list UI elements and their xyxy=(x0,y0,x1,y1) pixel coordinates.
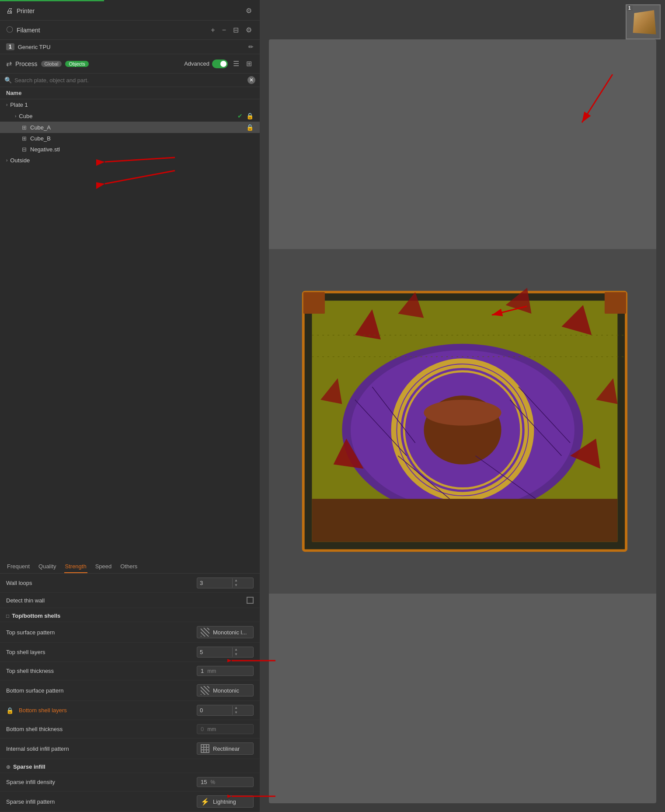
bottom-shell-layers-spinbox[interactable]: ▲ ▼ xyxy=(197,705,254,716)
top-shell-layers-row: Top shell layers ▲ ▼ xyxy=(0,643,260,662)
wall-loops-input[interactable] xyxy=(197,578,232,588)
tree-item-outside[interactable]: › Outside xyxy=(0,155,260,166)
cube-a-lock-icon[interactable]: 🔒 xyxy=(246,124,254,131)
bottom-surface-pattern-value[interactable]: Monotonic xyxy=(197,684,254,696)
plate1-label: Plate 1 xyxy=(10,102,254,108)
tree-item-plate1[interactable]: › Plate 1 xyxy=(0,99,260,110)
sparse-infill-pattern-label: Sparse infill pattern xyxy=(6,798,193,805)
tree-item-cube-b[interactable]: ⊞ Cube_B xyxy=(0,133,260,144)
svg-rect-27 xyxy=(605,292,626,314)
top-surface-pattern-value[interactable]: Monotonic l... xyxy=(197,626,254,638)
settings-area: Wall loops ▲ ▼ Detect thin wall □ Top/bo… xyxy=(0,574,260,812)
tab-frequent[interactable]: Frequent xyxy=(6,560,31,573)
negative-label: Negative.stl xyxy=(30,146,254,153)
bottom-shell-layers-lock: 🔒 xyxy=(6,707,14,714)
bottom-shell-layers-down[interactable]: ▼ xyxy=(234,710,238,715)
top-shell-thickness-unit: mm xyxy=(207,668,216,674)
3d-scene[interactable] xyxy=(269,39,656,803)
right-panel: 1 xyxy=(260,0,665,812)
internal-solid-infill-icon xyxy=(201,744,209,753)
sparse-infill-density-text: 15 xyxy=(201,779,207,785)
internal-solid-infill-value[interactable]: Rectilinear xyxy=(197,742,254,755)
top-shell-layers-down[interactable]: ▼ xyxy=(234,652,238,657)
top-surface-pattern-text: Monotonic l... xyxy=(213,629,247,636)
tag-objects[interactable]: Objects xyxy=(65,61,88,67)
sparse-infill-section: ⊕ Sparse infill xyxy=(0,759,260,773)
detect-thin-wall-row: Detect thin wall xyxy=(0,593,260,608)
bottom-shell-layers-input[interactable] xyxy=(197,705,232,715)
tree-item-negative[interactable]: ⊟ Negative.stl xyxy=(0,144,260,155)
svg-rect-26 xyxy=(303,292,325,314)
wall-loops-row: Wall loops ▲ ▼ xyxy=(0,574,260,593)
top-shell-thickness-value[interactable]: 1 mm xyxy=(197,666,254,676)
tree-item-cube[interactable]: › Cube ✔ 🔒 xyxy=(0,110,260,122)
model-thumbnail[interactable]: 1 xyxy=(626,4,661,39)
filament-icon: 〇 xyxy=(6,25,13,35)
bottom-shell-thickness-value: 0 mm xyxy=(197,724,254,734)
bottom-shell-thickness-row: Bottom shell thickness 0 mm xyxy=(0,720,260,738)
tab-strength[interactable]: Strength xyxy=(64,560,87,573)
bottom-surface-pattern-row: Bottom surface pattern Monotonic xyxy=(0,680,260,701)
internal-solid-infill-label: Internal solid infill pattern xyxy=(6,746,193,752)
advanced-toggle-container: Advanced xyxy=(184,60,228,68)
bottom-shell-layers-label: Bottom shell layers xyxy=(19,707,193,714)
cube-lock-icon[interactable]: 🔒 xyxy=(246,112,254,119)
search-clear-button[interactable]: ✕ xyxy=(247,76,255,84)
process-grid-button[interactable]: ⊞ xyxy=(244,59,254,69)
sparse-infill-pattern-value[interactable]: ⚡ Lightning xyxy=(197,795,254,808)
tree-view: › Plate 1 › Cube ✔ 🔒 ⊞ Cube_A 🔒 ⊞ Cube_B xyxy=(0,99,260,166)
sparse-infill-density-value[interactable]: 15 % xyxy=(197,777,254,787)
filament-add-button[interactable]: + xyxy=(209,25,216,35)
top-shell-layers-up[interactable]: ▲ xyxy=(234,648,238,652)
search-input[interactable] xyxy=(14,77,245,84)
shells-section-title: Top/bottom shells xyxy=(12,612,60,619)
process-row: ⇄ Process Global Objects Advanced ☰ ⊞ xyxy=(0,54,260,74)
top-shell-layers-spinbox[interactable]: ▲ ▼ xyxy=(197,647,254,658)
top-shell-layers-label: Top shell layers xyxy=(6,649,193,655)
bottom-shell-thickness-label: Bottom shell thickness xyxy=(6,726,193,732)
svg-rect-25 xyxy=(312,499,617,542)
tab-others[interactable]: Others xyxy=(119,560,138,573)
detect-thin-wall-label: Detect thin wall xyxy=(6,597,243,604)
internal-solid-infill-text: Rectilinear xyxy=(213,746,240,752)
detect-thin-wall-checkbox[interactable] xyxy=(247,597,254,604)
filament-remove-button[interactable]: − xyxy=(220,25,228,35)
advanced-label: Advanced xyxy=(184,60,209,67)
printer-label: Printer xyxy=(17,7,240,14)
advanced-toggle[interactable] xyxy=(212,60,228,68)
wall-loops-spin-btns[interactable]: ▲ ▼ xyxy=(232,578,240,588)
tree-spacer xyxy=(0,166,260,557)
filament-manage-button[interactable]: ⊟ xyxy=(231,25,240,35)
bottom-shell-layers-spin-btns[interactable]: ▲ ▼ xyxy=(232,706,240,715)
filament-settings-button[interactable]: ⚙ xyxy=(244,25,254,35)
bottom-shell-layers-up[interactable]: ▲ xyxy=(234,706,238,710)
top-shell-layers-input[interactable] xyxy=(197,647,232,657)
left-panel: 🖨 Printer ⚙ 〇 Filament + − ⊟ ⚙ 1 Generic… xyxy=(0,0,260,812)
cube-b-label: Cube_B xyxy=(30,135,254,142)
process-list-button[interactable]: ☰ xyxy=(231,59,241,69)
wall-loops-down[interactable]: ▼ xyxy=(234,583,238,588)
lightning-icon: ⚡ xyxy=(201,797,209,806)
filament-edit-icon[interactable]: ✏ xyxy=(248,43,254,50)
top-surface-pattern-label: Top surface pattern xyxy=(6,629,193,636)
cube-a-icon: ⊞ xyxy=(22,124,27,131)
tab-speed[interactable]: Speed xyxy=(94,560,113,573)
tree-item-cube-a[interactable]: ⊞ Cube_A 🔒 xyxy=(0,122,260,133)
cube-thumbnail-3d xyxy=(633,10,656,34)
top-shell-layers-spin-btns[interactable]: ▲ ▼ xyxy=(232,648,240,657)
3d-viewport-svg xyxy=(269,39,656,803)
printer-settings-button[interactable]: ⚙ xyxy=(244,6,254,16)
internal-solid-infill-pattern-row: Internal solid infill pattern Rectilinea… xyxy=(0,738,260,759)
bottom-surface-pattern-text: Monotonic xyxy=(213,687,239,694)
printer-row: 🖨 Printer ⚙ xyxy=(0,1,260,21)
cube-label: Cube xyxy=(19,113,236,119)
tab-quality[interactable]: Quality xyxy=(38,560,57,573)
top-shell-thickness-label: Top shell thickness xyxy=(6,668,193,674)
wall-loops-up[interactable]: ▲ xyxy=(234,578,238,583)
bottom-shell-thickness-text: 0 xyxy=(201,726,204,732)
wall-loops-spinbox[interactable]: ▲ ▼ xyxy=(197,578,254,588)
top-bottom-shells-section: □ Top/bottom shells xyxy=(0,608,260,622)
negative-icon: ⊟ xyxy=(22,146,27,153)
filament-label: Filament xyxy=(17,27,205,34)
top-surface-pattern-row: Top surface pattern Monotonic l... xyxy=(0,622,260,643)
